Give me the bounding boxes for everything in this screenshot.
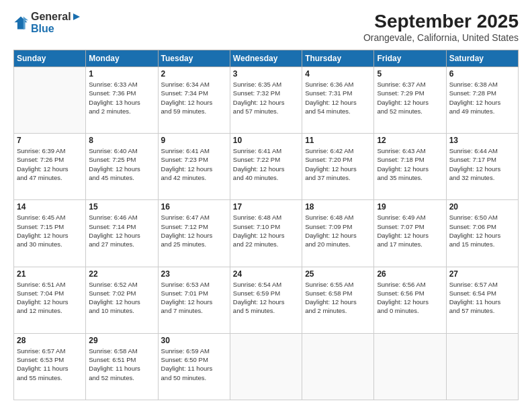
day-number: 1 (89, 69, 154, 79)
day-info: Sunrise: 6:52 AM Sunset: 7:02 PM Dayligh… (89, 280, 154, 316)
day-info: Sunrise: 6:43 AM Sunset: 7:18 PM Dayligh… (377, 146, 443, 182)
logo-general: General (31, 11, 71, 23)
logo-text: General Blue (31, 11, 81, 35)
table-row: 4Sunrise: 6:36 AM Sunset: 7:31 PM Daylig… (302, 67, 374, 134)
day-number: 28 (17, 336, 83, 345)
day-info: Sunrise: 6:54 AM Sunset: 6:59 PM Dayligh… (233, 280, 299, 316)
day-number: 29 (89, 336, 154, 345)
day-info: Sunrise: 6:45 AM Sunset: 7:15 PM Dayligh… (17, 213, 83, 248)
day-info: Sunrise: 6:44 AM Sunset: 7:17 PM Dayligh… (449, 146, 515, 182)
day-info: Sunrise: 6:57 AM Sunset: 6:54 PM Dayligh… (449, 280, 515, 316)
day-info: Sunrise: 6:42 AM Sunset: 7:20 PM Dayligh… (305, 146, 371, 182)
table-row: 28Sunrise: 6:57 AM Sunset: 6:53 PM Dayli… (14, 333, 86, 400)
day-number: 27 (449, 269, 515, 279)
table-row: 11Sunrise: 6:42 AM Sunset: 7:20 PM Dayli… (302, 134, 374, 200)
header-saturday: Saturday (446, 50, 518, 67)
day-info: Sunrise: 6:47 AM Sunset: 7:12 PM Dayligh… (161, 213, 227, 248)
day-info: Sunrise: 6:40 AM Sunset: 7:25 PM Dayligh… (89, 146, 154, 182)
day-info: Sunrise: 6:56 AM Sunset: 6:56 PM Dayligh… (377, 280, 443, 316)
day-info: Sunrise: 6:48 AM Sunset: 7:10 PM Dayligh… (233, 213, 299, 248)
logo-icon (13, 15, 28, 30)
table-row: 12Sunrise: 6:43 AM Sunset: 7:18 PM Dayli… (374, 134, 446, 200)
table-row: 9Sunrise: 6:41 AM Sunset: 7:23 PM Daylig… (158, 134, 230, 200)
day-info: Sunrise: 6:50 AM Sunset: 7:06 PM Dayligh… (449, 213, 515, 248)
day-number: 13 (449, 136, 515, 145)
day-info: Sunrise: 6:48 AM Sunset: 7:09 PM Dayligh… (305, 213, 371, 248)
title-block: September 2025 Orangevale, California, U… (363, 11, 519, 43)
day-number: 20 (449, 202, 515, 212)
table-row: 10Sunrise: 6:41 AM Sunset: 7:22 PM Dayli… (230, 134, 302, 200)
day-number: 21 (17, 269, 83, 279)
calendar-header-row: Sunday Monday Tuesday Wednesday Thursday… (14, 50, 519, 67)
day-info: Sunrise: 6:58 AM Sunset: 6:51 PM Dayligh… (89, 347, 154, 382)
calendar-week-5: 28Sunrise: 6:57 AM Sunset: 6:53 PM Dayli… (14, 333, 519, 400)
svg-marker-2 (73, 13, 80, 20)
day-number: 26 (377, 269, 443, 279)
day-info: Sunrise: 6:57 AM Sunset: 6:53 PM Dayligh… (17, 347, 83, 382)
day-info: Sunrise: 6:41 AM Sunset: 7:23 PM Dayligh… (161, 146, 227, 182)
main-title: September 2025 (363, 11, 519, 32)
day-number: 16 (161, 202, 227, 212)
day-info: Sunrise: 6:33 AM Sunset: 7:36 PM Dayligh… (89, 80, 154, 116)
day-info: Sunrise: 6:38 AM Sunset: 7:28 PM Dayligh… (449, 80, 515, 116)
table-row: 21Sunrise: 6:51 AM Sunset: 7:04 PM Dayli… (14, 267, 86, 333)
day-info: Sunrise: 6:34 AM Sunset: 7:34 PM Dayligh… (161, 80, 227, 116)
day-number: 4 (305, 69, 371, 79)
day-number: 19 (377, 202, 443, 212)
day-number: 11 (305, 136, 371, 145)
calendar-week-2: 7Sunrise: 6:39 AM Sunset: 7:26 PM Daylig… (14, 134, 519, 200)
day-number: 22 (89, 269, 154, 279)
day-info: Sunrise: 6:55 AM Sunset: 6:58 PM Dayligh… (305, 280, 371, 316)
table-row: 6Sunrise: 6:38 AM Sunset: 7:28 PM Daylig… (446, 67, 518, 134)
table-row: 23Sunrise: 6:53 AM Sunset: 7:01 PM Dayli… (158, 267, 230, 333)
day-info: Sunrise: 6:53 AM Sunset: 7:01 PM Dayligh… (161, 280, 227, 316)
table-row (230, 333, 302, 400)
day-number: 6 (449, 69, 515, 79)
table-row: 14Sunrise: 6:45 AM Sunset: 7:15 PM Dayli… (14, 200, 86, 267)
table-row: 29Sunrise: 6:58 AM Sunset: 6:51 PM Dayli… (86, 333, 158, 400)
table-row: 16Sunrise: 6:47 AM Sunset: 7:12 PM Dayli… (158, 200, 230, 267)
day-info: Sunrise: 6:36 AM Sunset: 7:31 PM Dayligh… (305, 80, 371, 116)
header-monday: Monday (86, 50, 158, 67)
day-number: 23 (161, 269, 227, 279)
calendar-page: General Blue September 2025 Orangevale, … (0, 0, 532, 411)
table-row: 5Sunrise: 6:37 AM Sunset: 7:29 PM Daylig… (374, 67, 446, 134)
table-row: 19Sunrise: 6:49 AM Sunset: 7:07 PM Dayli… (374, 200, 446, 267)
day-info: Sunrise: 6:35 AM Sunset: 7:32 PM Dayligh… (233, 80, 299, 116)
table-row: 18Sunrise: 6:48 AM Sunset: 7:09 PM Dayli… (302, 200, 374, 267)
header-thursday: Thursday (302, 50, 374, 67)
day-number: 8 (89, 136, 154, 145)
table-row: 30Sunrise: 6:59 AM Sunset: 6:50 PM Dayli… (158, 333, 230, 400)
table-row (446, 333, 518, 400)
table-row: 13Sunrise: 6:44 AM Sunset: 7:17 PM Dayli… (446, 134, 518, 200)
day-info: Sunrise: 6:51 AM Sunset: 7:04 PM Dayligh… (17, 280, 83, 316)
table-row: 1Sunrise: 6:33 AM Sunset: 7:36 PM Daylig… (86, 67, 158, 134)
svg-marker-1 (24, 16, 28, 29)
header-tuesday: Tuesday (158, 50, 230, 67)
table-row: 20Sunrise: 6:50 AM Sunset: 7:06 PM Dayli… (446, 200, 518, 267)
day-number: 9 (161, 136, 227, 145)
day-number: 5 (377, 69, 443, 79)
day-number: 7 (17, 136, 83, 145)
day-number: 15 (89, 202, 154, 212)
table-row: 26Sunrise: 6:56 AM Sunset: 6:56 PM Dayli… (374, 267, 446, 333)
calendar-week-4: 21Sunrise: 6:51 AM Sunset: 7:04 PM Dayli… (14, 267, 519, 333)
header-sunday: Sunday (14, 50, 86, 67)
day-info: Sunrise: 6:59 AM Sunset: 6:50 PM Dayligh… (161, 347, 227, 382)
calendar-week-3: 14Sunrise: 6:45 AM Sunset: 7:15 PM Dayli… (14, 200, 519, 267)
day-number: 2 (161, 69, 227, 79)
calendar-table: Sunday Monday Tuesday Wednesday Thursday… (13, 50, 519, 400)
table-row (14, 67, 86, 134)
header-friday: Friday (374, 50, 446, 67)
table-row: 17Sunrise: 6:48 AM Sunset: 7:10 PM Dayli… (230, 200, 302, 267)
day-number: 18 (305, 202, 371, 212)
day-info: Sunrise: 6:37 AM Sunset: 7:29 PM Dayligh… (377, 80, 443, 116)
day-number: 12 (377, 136, 443, 145)
table-row: 27Sunrise: 6:57 AM Sunset: 6:54 PM Dayli… (446, 267, 518, 333)
table-row: 8Sunrise: 6:40 AM Sunset: 7:25 PM Daylig… (86, 134, 158, 200)
calendar-week-1: 1Sunrise: 6:33 AM Sunset: 7:36 PM Daylig… (14, 67, 519, 134)
table-row: 3Sunrise: 6:35 AM Sunset: 7:32 PM Daylig… (230, 67, 302, 134)
day-info: Sunrise: 6:41 AM Sunset: 7:22 PM Dayligh… (233, 146, 299, 182)
day-number: 30 (161, 336, 227, 345)
day-number: 10 (233, 136, 299, 145)
